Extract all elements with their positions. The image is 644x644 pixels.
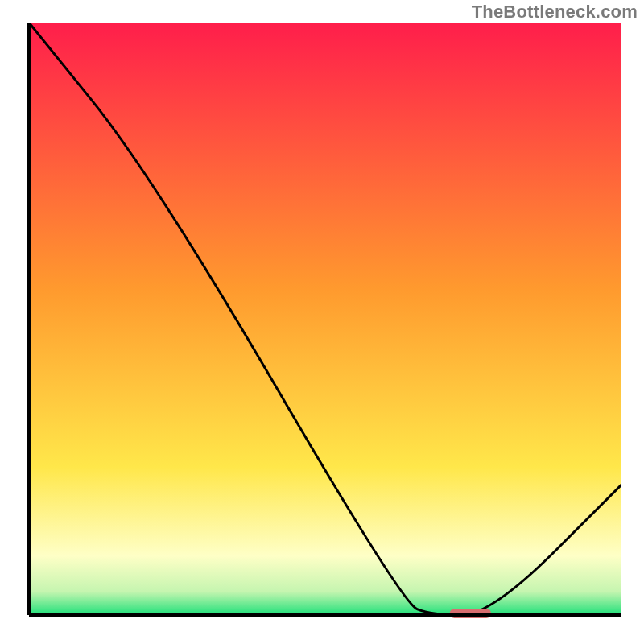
bottleneck-chart <box>23 23 621 621</box>
watermark-label: TheBottleneck.com <box>472 2 638 23</box>
chart-container: TheBottleneck.com <box>0 0 644 644</box>
gradient-background <box>29 23 621 615</box>
